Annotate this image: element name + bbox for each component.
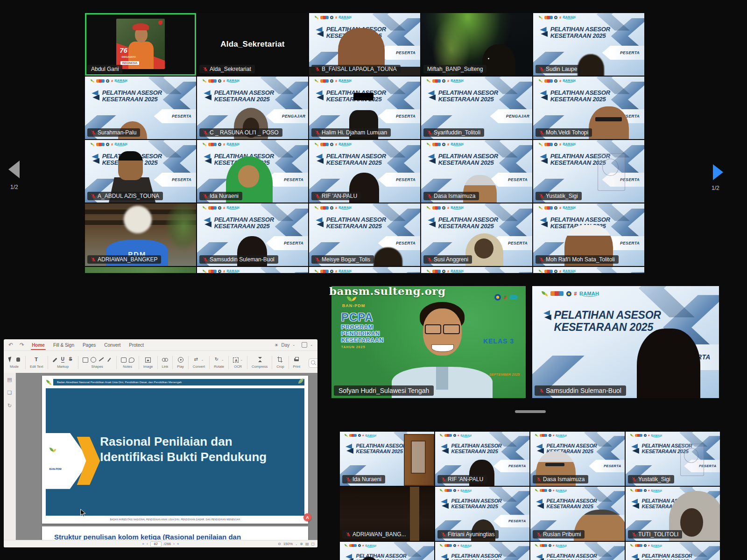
partner-dots-icon	[540, 434, 547, 436]
strike-icon[interactable]	[68, 357, 74, 363]
history-icon[interactable]: ↻	[7, 403, 13, 408]
video-tile[interactable]: Alda_SekretariatAlda_Sekretariat	[197, 13, 308, 76]
video-tile[interactable]: #RAMAHPELATIHAN ASESORKESETARAAN 2025PES…	[197, 203, 308, 266]
note2-icon[interactable]	[129, 357, 134, 363]
cursor-icon[interactable]	[7, 357, 13, 363]
convert-icon[interactable]	[194, 357, 200, 363]
bookmark-icon[interactable]: ❏	[7, 390, 13, 395]
zoom-level[interactable]: 150%	[283, 542, 293, 546]
partner-dots-icon	[544, 270, 553, 273]
share-button[interactable]: ⌄	[302, 342, 313, 348]
ocr-icon[interactable]	[233, 357, 239, 363]
link-icon[interactable]	[162, 357, 168, 363]
video-tile[interactable]: #RAMAHPELATIHAN ASESORKESETARAAN 2025PEN…	[421, 77, 532, 139]
video-tile[interactable]: #RAMAHPELATIHAN ASESORKESETARAAN 2025PES…	[533, 13, 644, 76]
event-banner-text: PELATIHAN ASESORKESETARAAN 2025	[547, 498, 597, 509]
redo-icon[interactable]: ↷	[20, 342, 24, 348]
video-tile[interactable]: #RAMAHPELATIHAN ASESORKESETARAAN 2025PES…	[626, 432, 720, 486]
video-tile[interactable]: #RAMAHPELATIHAN ASESORKESETARAAN 2025PES…	[85, 77, 196, 139]
under-icon[interactable]	[60, 357, 66, 363]
gallery-next-arrow[interactable]	[713, 164, 723, 180]
pdf-tab-protect[interactable]: Protect	[128, 340, 145, 350]
video-tile[interactable]: #RAMAHPELATIHAN ASESORKESETARAAN 2025PES…	[533, 77, 644, 139]
crop-icon[interactable]	[277, 357, 283, 363]
prev-page-icon[interactable]: ‹	[147, 542, 148, 546]
video-tile[interactable]: #RAMAHPELATIHAN ASESORKESETARAAN 2025PES…	[197, 140, 308, 203]
event-banner-title: PELATIHAN ASESORKESETARAAN 2025	[631, 498, 692, 509]
video-tile[interactable]: #RAMAHPELATIHAN ASESORKESETARAAN 2025PES…	[533, 203, 644, 266]
video-tile[interactable]: #RAMAHPELATIHAN ASESORKESETARAAN 2025PES…	[532, 286, 719, 398]
video-tile[interactable]: #RAMAHPELATIHAN ASESORKESETARAAN 2025PES…	[530, 432, 625, 486]
zoom-in-icon[interactable]: ⊕	[300, 542, 303, 546]
video-tile-speaker[interactable]: BAN-PDM PCPA PROGRAM PENDIDIKAN KESETARA…	[331, 286, 526, 398]
video-tile[interactable]: #RAMAHPELATIHAN ASESORKESETARAAN 2025PES…	[530, 487, 625, 541]
slash-icon[interactable]	[99, 357, 104, 363]
video-tile[interactable]: Miftah_BANP_Sulteng	[421, 13, 532, 76]
video-tile[interactable]: #RAMAHPELATIHAN ASESORKESETARAAN 2025PES…	[309, 203, 420, 266]
hashtag-logo-icon: #	[458, 489, 459, 492]
pencil-icon[interactable]	[106, 357, 112, 363]
rotate-icon[interactable]	[214, 357, 220, 363]
banner-line1: PELATIHAN ASESOR	[547, 498, 597, 504]
first-page-icon[interactable]: «	[142, 542, 144, 546]
pdf-document-area[interactable]: Badan Akreditasi Nasional Pendidikan Ana…	[16, 373, 317, 540]
play-icon[interactable]	[178, 357, 183, 363]
rect-icon[interactable]	[83, 357, 88, 363]
muted-mic-icon	[441, 477, 446, 482]
video-tile[interactable]: #RAMAHPELATIHAN ASESORKESETARAAN 2025PES…	[85, 140, 196, 203]
kemdikbud-logo-icon	[442, 143, 445, 146]
pen-icon[interactable]	[52, 357, 58, 363]
muted-mic-icon	[203, 67, 208, 72]
circle-icon[interactable]	[91, 357, 96, 363]
video-tile[interactable]: PDMADRIAWAN_BANGKEP	[85, 203, 196, 266]
page-number-input[interactable]: 82	[150, 541, 162, 547]
video-tile[interactable]: #RAMAHPELATIHAN ASESORKESETARAAN 2025PES…	[626, 487, 720, 541]
banpdm-logo-icon	[539, 270, 543, 273]
video-tile[interactable]: #RAMAHPELATIHAN ASESORKESETARAAN 2025PES…	[435, 432, 529, 486]
ramah-logo-icon: RAMAH	[338, 269, 352, 273]
fit-width-icon[interactable]: ▤	[305, 542, 309, 546]
note-icon[interactable]	[121, 357, 127, 363]
participant-nameplate: Fitriani Ayuningtias	[437, 530, 499, 539]
video-tile[interactable]: #RAMAHPELATIHAN ASESORKESETARAAN 2025PEN…	[197, 77, 308, 139]
video-tile[interactable]: #RAMAHPELATIHAN ASESORKESETARAAN 2025PES…	[309, 13, 420, 76]
image-icon[interactable]	[145, 357, 151, 363]
video-tile[interactable]: #RAMAHPELATIHAN ASESORKESETARAAN 2025PES…	[435, 487, 529, 541]
zoom-out-icon[interactable]: ⊖	[278, 542, 281, 546]
chevron-down-icon[interactable]: ⌄	[295, 542, 297, 546]
pdf-tab-convert[interactable]: Convert	[103, 340, 121, 350]
pdf-tab-fill-sign[interactable]: Fill & Sign	[52, 340, 75, 350]
event-banner-title: PELATIHAN ASESORKESETARAAN 2025	[345, 553, 406, 560]
video-tile[interactable]: #RAMAHPELATIHAN ASESORKESETARAAN 2025PES…	[309, 77, 420, 139]
video-tile[interactable]: #RAMAHPELATIHAN ASESORKESETARAAN 2025PES…	[309, 140, 420, 203]
undo-icon[interactable]: ↶	[8, 342, 13, 348]
ramah-logo-icon: RAMAH	[114, 142, 127, 146]
floating-app-badge[interactable]: A	[303, 513, 311, 521]
ramah-logo-icon: RAMAH	[563, 79, 576, 83]
video-tile-partial	[85, 267, 196, 273]
print-icon[interactable]	[294, 357, 299, 363]
compress-icon[interactable]	[257, 357, 262, 363]
video-tile[interactable]: #RAMAHPELATIHAN ASESORKESETARAAN 2025PES…	[421, 203, 532, 266]
participant-name: TUTI_TOLITOLI	[638, 531, 678, 538]
toolbar-group-compress: Compress	[252, 356, 268, 369]
participant-nameplate: Sudin Laupe	[536, 65, 581, 73]
video-tile[interactable]: #RAMAHPELATIHAN ASESORKESETARAAN 2025PES…	[533, 140, 644, 203]
video-tile[interactable]: #RAMAHPELATIHAN ASESORKESETARAAN 2025PES…	[421, 140, 532, 203]
banner-line2: KESETARAAN 2025	[326, 33, 386, 39]
gallery-prev-arrow[interactable]	[8, 161, 20, 178]
pdf-tab-pages[interactable]: Pages	[82, 340, 97, 350]
pdf-tab-home[interactable]: Home	[31, 340, 46, 350]
video-tile[interactable]: #RAMAHPELATIHAN ASESORKESETARAAN 2025Ida…	[340, 432, 434, 486]
ramah-logo-icon: RAMAH	[451, 269, 464, 273]
hand-icon[interactable]	[15, 357, 21, 363]
theme-toggle[interactable]: ☀ Day ⌄	[274, 343, 295, 348]
thumbnails-icon[interactable]: ▤	[7, 377, 13, 382]
video-tile[interactable]: 76DIRGAHAYUINDONESIAAbdul Gani	[85, 13, 196, 76]
edittext-icon[interactable]	[34, 357, 39, 363]
video-tile[interactable]: ADRIAWAN_BANG...	[340, 487, 434, 541]
last-page-icon[interactable]: »	[177, 542, 179, 546]
panel-drag-handle[interactable]	[515, 410, 546, 413]
next-page-icon[interactable]: ›	[173, 542, 175, 546]
fit-page-icon[interactable]: ▢	[311, 542, 315, 546]
